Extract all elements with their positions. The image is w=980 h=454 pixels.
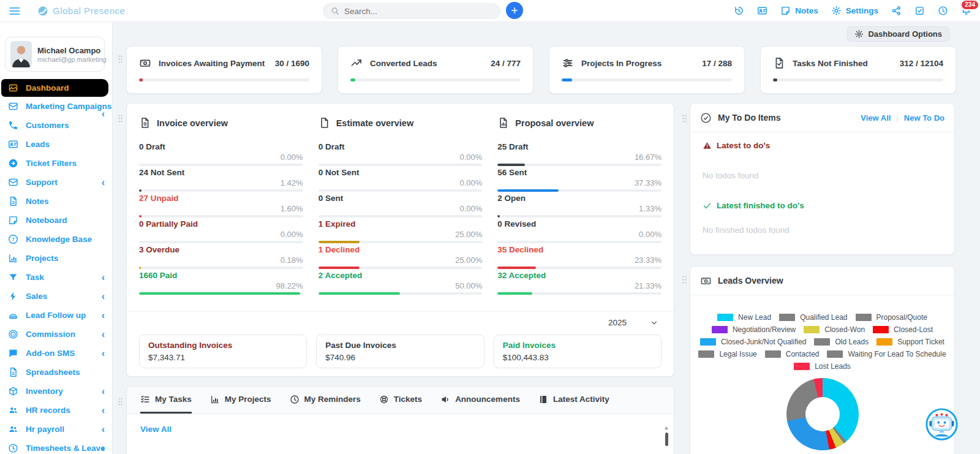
sidebar-item-notes[interactable]: Notes (0, 192, 112, 211)
nav-settings[interactable]: Settings (831, 6, 878, 16)
overview-row[interactable]: 1660 Paid98.22% (139, 271, 303, 297)
progress-fill (562, 78, 572, 81)
legend-item[interactable]: Closed-Junk/Not Qualified (700, 338, 806, 346)
quick-add-button[interactable]: + (506, 2, 523, 19)
contacts-card-icon[interactable] (757, 6, 767, 16)
sidebar-item-knowledge-base[interactable]: Knowledge Base (0, 230, 112, 249)
search-bar[interactable] (323, 3, 500, 19)
stat-card-invoices-awaiting[interactable]: Invoices Awaiting Payment 30 / 1690 (126, 46, 322, 94)
legend-item[interactable]: Waiting For Lead To Schedule (827, 350, 946, 358)
stat-value: 312 / 12104 (900, 59, 943, 68)
drag-handle[interactable] (117, 54, 124, 66)
overview-row[interactable]: 1 Expired25.00% (318, 219, 483, 245)
clock-icon[interactable] (938, 6, 948, 16)
sidebar-item-timesheets-leave[interactable]: Timesheets & Leave‹ (0, 439, 112, 454)
drag-handle[interactable] (117, 113, 124, 126)
overview-row[interactable]: 35 Declined23.33% (497, 245, 662, 271)
drag-handle[interactable] (681, 113, 688, 126)
legend-item[interactable]: New Lead (717, 313, 771, 322)
chatbot-button[interactable] (925, 407, 959, 441)
avatar (10, 41, 32, 67)
legend-item[interactable]: Negotiation/Review (712, 325, 796, 334)
nav-notes[interactable]: Notes (780, 6, 818, 16)
history-icon[interactable] (734, 6, 744, 16)
overview-row[interactable]: 25 Draft16.67% (497, 142, 662, 168)
overview-row[interactable]: 56 Sent37.33% (497, 168, 662, 194)
sidebar-item-leads[interactable]: Leads (0, 135, 112, 154)
tasks-check-icon[interactable] (914, 6, 925, 16)
top-bar: Global Presence + Notes Settings 234 (0, 0, 980, 22)
legend-item[interactable]: Qualified Lead (779, 313, 847, 322)
tasks-view-all-link[interactable]: View All (140, 425, 172, 434)
gear-icon (831, 6, 842, 16)
overview-row[interactable]: 2 Open1.33% (497, 194, 662, 219)
overview-row[interactable]: 1 Declined25.00% (318, 245, 483, 271)
proposal-overview-column: Proposal overview 25 Draft16.67% 56 Sent… (497, 117, 662, 297)
hamburger-menu-icon[interactable] (9, 5, 21, 17)
user-profile-card[interactable]: Michael Ocampo michael@gp.marketing (5, 37, 105, 72)
file-lines-icon (8, 196, 18, 206)
new-todo-link[interactable]: New To Do (904, 113, 944, 123)
overview-row[interactable]: 0 Revised0.00% (497, 219, 662, 245)
sidebar-item-spreadsheets[interactable]: Spreadsheets (0, 363, 112, 382)
overview-row[interactable]: 27 Unpaid1.60% (139, 194, 303, 219)
legend-item[interactable]: Legal Issue (698, 350, 756, 358)
legend-item[interactable]: Proposal/Quote (856, 313, 927, 322)
sidebar-item-dashboard[interactable]: Dashboard (1, 79, 108, 97)
legend-item[interactable]: Lost Leads (794, 362, 851, 371)
sidebar-item-support[interactable]: Support‹ (0, 173, 112, 192)
sliders-icon (562, 57, 574, 69)
sidebar-item-sales[interactable]: Sales‹ (0, 287, 112, 306)
dashboard-options-button[interactable]: Dashboard Options (847, 26, 949, 42)
overview-row[interactable]: 2 Accepted50.00% (318, 271, 483, 297)
sidebar-item-marketing-campaigns[interactable]: Marketing Campaigns‹ (0, 97, 112, 116)
search-input[interactable] (344, 7, 492, 16)
tab-my-tasks[interactable]: My Tasks (140, 387, 192, 414)
overview-row[interactable]: 24 Not Sent1.42% (139, 168, 303, 194)
sidebar-item-commission[interactable]: Commission‹ (0, 325, 112, 344)
finished-todos-heading: Latest finished to do's (703, 201, 942, 210)
scrollbar-thumb[interactable] (665, 433, 668, 446)
sidebar-item-task[interactable]: Task‹ (0, 268, 112, 287)
sidebar-item-hr-records[interactable]: HR records‹ (0, 401, 112, 420)
sidebar-item-add-on-sms[interactable]: Add-on SMS‹ (0, 344, 112, 363)
overview-row[interactable]: 0 Partially Paid0.00% (139, 219, 303, 245)
sidebar-item-projects[interactable]: Projects (0, 249, 112, 268)
legend-item[interactable]: Support Ticket (876, 338, 944, 346)
app-logo[interactable]: Global Presence (37, 5, 125, 17)
sidebar-item-noteboard[interactable]: Noteboard (0, 211, 112, 230)
stat-card-projects-in-progress[interactable]: Projects In Progress 17 / 288 (549, 46, 745, 94)
todo-view-all-link[interactable]: View All (861, 113, 891, 123)
overview-row[interactable]: 0 Draft0.00% (318, 142, 483, 168)
legend-item[interactable]: Old Leads (814, 338, 869, 346)
overview-row[interactable]: 3 Overdue0.18% (139, 245, 303, 271)
legend-item[interactable]: Closed-Lost (873, 325, 933, 334)
trending-up-icon (350, 57, 363, 69)
tasks-scrollbar[interactable]: ▲ (663, 425, 670, 446)
drag-handle[interactable] (117, 396, 124, 409)
megaphone-icon (440, 395, 450, 404)
sidebar-item-hr-payroll[interactable]: Hr payroll‹ (0, 420, 112, 439)
tab-tickets[interactable]: Tickets (379, 387, 422, 414)
year-select[interactable]: 2025 (608, 318, 658, 327)
overview-row[interactable]: 0 Sent0.00% (318, 194, 483, 219)
stat-card-converted-leads[interactable]: Converted Leads 24 / 777 (337, 46, 533, 94)
overview-row[interactable]: 32 Accepted21.33% (497, 271, 662, 297)
sidebar-item-lead-follow-up[interactable]: Lead Follow up‹ (0, 306, 112, 325)
share-icon[interactable] (891, 6, 902, 16)
overview-row[interactable]: 0 Draft0.00% (139, 142, 303, 168)
sidebar-item-customers[interactable]: Customers (0, 116, 112, 135)
tab-my-reminders[interactable]: My Reminders (290, 387, 361, 414)
legend-item[interactable]: Closed-Won (804, 325, 865, 334)
tab-announcements[interactable]: Announcements (440, 387, 520, 414)
clock-icon (290, 395, 300, 404)
legend-item[interactable]: Contacted (765, 350, 820, 358)
sidebar-item-inventory[interactable]: Inventory‹ (0, 382, 112, 401)
tab-my-projects[interactable]: My Projects (210, 387, 271, 414)
drag-handle[interactable] (681, 274, 688, 287)
stat-card-tasks-not-finished[interactable]: Tasks Not Finished 312 / 12104 (760, 46, 956, 94)
sidebar-item-ticket-filters[interactable]: Ticket Filters (0, 154, 112, 173)
tab-latest-activity[interactable]: Latest Activity (538, 387, 609, 414)
notifications-bell[interactable]: 234 (961, 5, 971, 17)
overview-row[interactable]: 0 Not Sent0.00% (318, 168, 483, 194)
